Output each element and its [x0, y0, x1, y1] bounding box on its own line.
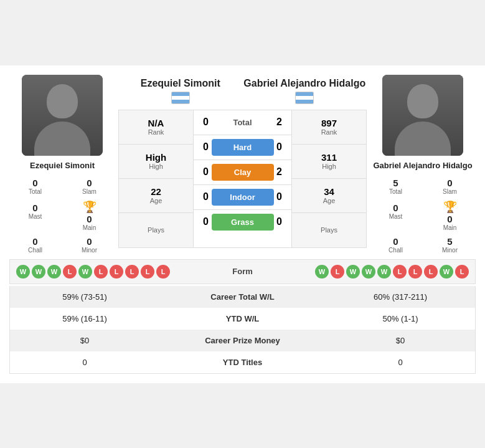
right-high-value: 311	[321, 152, 337, 163]
form-badge-l: L	[141, 265, 154, 279]
left-age-label: Age	[150, 197, 162, 204]
right-mast-value: 0	[371, 203, 420, 213]
bottom-section: WWWLWLLLLL Form WLWWWLLLWL 59% (73-51) C…	[0, 259, 485, 383]
left-mast-value: 0	[11, 203, 60, 213]
left-player-card: Ezequiel Simonit 0 Total 0 Slam 0 Mast 🏆…	[9, 75, 115, 256]
right-slam-label: Slam	[425, 188, 474, 195]
form-badge-l: L	[156, 265, 170, 279]
career-wl-right: 60% (317-211)	[326, 286, 475, 308]
form-badge-l: L	[110, 265, 123, 279]
right-chall-stat: 0 Chall	[370, 234, 421, 256]
ytd-wl-right: 50% (1-1)	[326, 308, 475, 330]
right-main-label: Main	[443, 224, 457, 231]
left-avatar-silhouette	[22, 75, 103, 156]
total-row: 0 Total 2	[194, 110, 291, 135]
clay-button[interactable]: Clay	[212, 164, 274, 181]
names-row: Ezequiel Simonit Gabriel Alejandro Hidal…	[118, 75, 367, 107]
form-badge-w: W	[78, 265, 92, 279]
prize-left: $0	[10, 330, 159, 351]
form-label: Form	[232, 267, 253, 276]
left-flag	[171, 92, 190, 104]
grass-right-score: 0	[276, 216, 282, 227]
right-flag-container	[243, 92, 367, 104]
right-age-label: Age	[323, 197, 336, 204]
left-total-value: 0	[11, 178, 60, 188]
right-flag	[295, 92, 314, 104]
middle-data: Ezequiel Simonit Gabriel Alejandro Hidal…	[118, 75, 367, 256]
prize-row: $0 Career Prize Money $0	[10, 330, 475, 351]
left-avatar-body	[34, 122, 90, 156]
right-minor-stat: 5 Minor	[424, 234, 476, 256]
right-slam-value: 0	[425, 178, 474, 188]
left-player-name: Ezequiel Simonit	[30, 161, 95, 170]
right-chall-label: Chall	[371, 247, 420, 254]
form-badge-w: W	[346, 265, 360, 279]
form-row: WWWLWLLLLL Form WLWWWLLLWL	[9, 259, 476, 284]
form-badge-w: W	[362, 265, 375, 279]
right-player-name: Gabriel Alejandro Hidalgo	[373, 161, 472, 170]
right-mast-label: Mast	[371, 213, 420, 220]
left-age-block: 22 Age	[119, 179, 193, 213]
left-chall-value: 0	[11, 236, 60, 247]
form-badge-w: W	[377, 265, 391, 279]
career-wl-row: 59% (73-51) Career Total W/L 60% (317-21…	[10, 286, 475, 308]
left-slam-value: 0	[65, 178, 114, 188]
right-form-badges: WLWWWLLLWL	[315, 265, 469, 279]
clay-left-score: 0	[203, 166, 209, 178]
hard-button[interactable]: Hard	[212, 139, 274, 156]
left-avatar-head	[47, 84, 78, 118]
left-player-avatar	[22, 75, 103, 156]
left-chall-label: Chall	[11, 247, 60, 254]
left-form-badges: WWWLWLLLLL	[16, 265, 170, 279]
top-section: Ezequiel Simonit 0 Total 0 Slam 0 Mast 🏆…	[0, 65, 485, 259]
right-minor-value: 5	[425, 236, 474, 247]
clay-row: 0 Clay 2	[194, 160, 291, 185]
left-plays-label: Plays	[148, 226, 164, 234]
right-total-label: Total	[371, 188, 420, 195]
right-total-stat: 5 Total	[370, 175, 421, 198]
right-age-value: 34	[324, 186, 334, 197]
form-badge-w: W	[47, 265, 61, 279]
indoor-right-score: 0	[276, 191, 282, 203]
left-header-name: Ezequiel Simonit	[118, 78, 243, 89]
left-minor-label: Minor	[65, 247, 114, 254]
left-plays-block: Plays	[119, 213, 193, 247]
right-age-block: 34 Age	[292, 179, 366, 213]
right-high-block: 311 High	[292, 145, 366, 179]
right-rank-value: 897	[321, 118, 337, 128]
left-total-stat: 0 Total	[9, 175, 61, 198]
left-high-label: High	[149, 163, 163, 170]
ytd-wl-label: YTD W/L	[159, 308, 326, 330]
left-minor-value: 0	[65, 236, 114, 247]
right-avatar-body	[395, 122, 451, 156]
left-minor-stat: 0 Minor	[64, 234, 115, 256]
grass-left-score: 0	[203, 216, 209, 227]
right-main-value: 0	[447, 214, 452, 224]
left-main-label: Main	[83, 224, 97, 231]
grass-button[interactable]: Grass	[212, 214, 274, 231]
left-info-col: N/A Rank High High 22 Age Plays	[119, 110, 194, 247]
form-badge-l: L	[408, 265, 422, 279]
form-badge-l: L	[94, 265, 108, 279]
hard-row: 0 Hard 0	[194, 135, 291, 160]
form-badge-l: L	[63, 265, 77, 279]
career-wl-left: 59% (73-51)	[10, 286, 159, 308]
titles-row: 0 YTD Titles 0	[10, 351, 475, 373]
left-rank-label: Rank	[148, 128, 164, 136]
titles-label: YTD Titles	[159, 351, 326, 373]
right-slam-stat: 0 Slam	[424, 175, 476, 198]
form-badge-l: L	[455, 265, 469, 279]
right-rank-label: Rank	[321, 128, 337, 136]
prize-label: Career Prize Money	[159, 330, 326, 351]
indoor-button[interactable]: Indoor	[212, 189, 274, 206]
form-badge-w: W	[440, 265, 453, 279]
left-slam-label: Slam	[65, 188, 114, 195]
career-wl-label: Career Total W/L	[159, 286, 326, 308]
right-total-value: 5	[371, 178, 420, 188]
left-main-value: 0	[87, 214, 92, 224]
right-mast-stat: 0 Mast	[370, 200, 421, 231]
form-badge-w: W	[315, 265, 329, 279]
form-badge-l: L	[331, 265, 344, 279]
total-left-score: 0	[203, 117, 209, 128]
left-rank-value: N/A	[148, 118, 164, 128]
